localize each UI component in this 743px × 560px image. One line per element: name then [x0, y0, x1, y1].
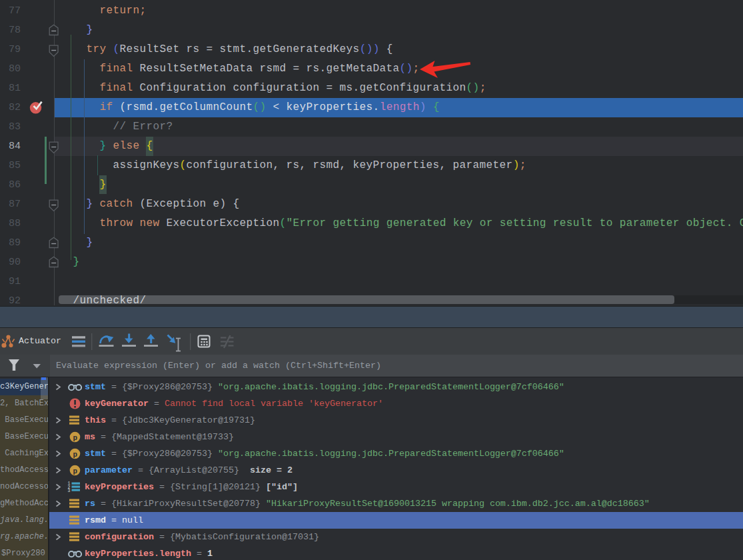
svg-text:p: p: [73, 451, 78, 459]
svg-text:p: p: [73, 434, 78, 442]
svg-text:3: 3: [68, 489, 71, 493]
svg-text:p: p: [73, 467, 78, 475]
